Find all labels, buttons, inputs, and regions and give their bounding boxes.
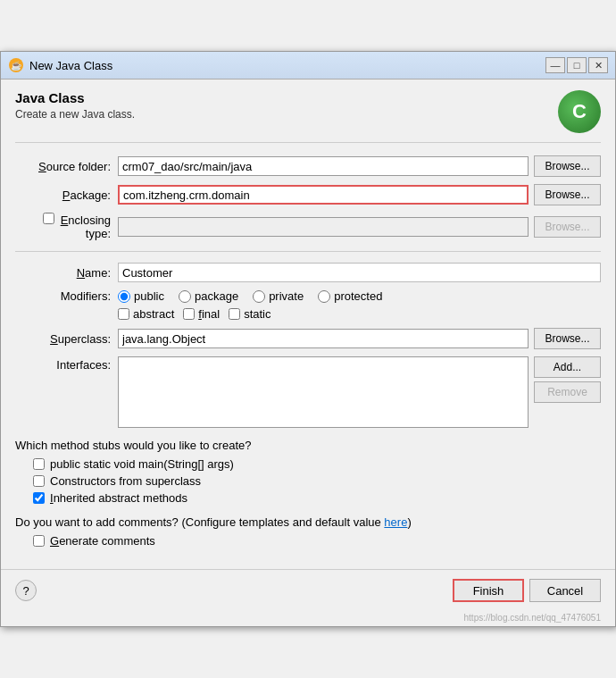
bottom-bar: ? Finish Cancel bbox=[1, 569, 615, 611]
enclosing-type-input[interactable] bbox=[118, 217, 529, 237]
source-folder-label: Source folder: bbox=[15, 160, 118, 173]
stubs-section: Which method stubs would you like to cre… bbox=[15, 439, 601, 505]
modifier-package-label[interactable]: package bbox=[179, 289, 238, 303]
enclosing-type-label: Enclosing type: bbox=[15, 213, 118, 240]
modifier-final-label[interactable]: final bbox=[183, 307, 220, 321]
name-label: Name: bbox=[15, 266, 118, 280]
source-folder-browse-button[interactable]: Browse... bbox=[534, 155, 601, 177]
dialog-icon: ☕ bbox=[8, 57, 24, 73]
modifier-public-radio[interactable] bbox=[118, 290, 130, 303]
generate-comments-checkbox[interactable] bbox=[33, 535, 45, 547]
modifiers-section: Modifiers: public package private bbox=[15, 289, 601, 321]
modifier-abstract-label[interactable]: abstract bbox=[118, 307, 174, 321]
title-bar-controls: — □ ✕ bbox=[545, 57, 608, 73]
name-input[interactable] bbox=[118, 263, 601, 282]
cancel-button[interactable]: Cancel bbox=[529, 579, 601, 602]
dialog-title: New Java Class bbox=[29, 59, 540, 72]
help-button[interactable]: ? bbox=[15, 580, 37, 601]
package-browse-button[interactable]: Browse... bbox=[534, 184, 601, 205]
stub-main-checkbox[interactable] bbox=[33, 458, 45, 470]
enclosing-type-checkbox[interactable] bbox=[43, 213, 54, 224]
modifiers-label: Modifiers: bbox=[15, 289, 118, 303]
modifier-final-checkbox[interactable] bbox=[183, 308, 195, 320]
comments-title-prefix: Do you want to add comments? (Configure … bbox=[15, 515, 384, 529]
package-label: Package: bbox=[15, 188, 118, 202]
action-buttons: Finish Cancel bbox=[453, 579, 601, 602]
modifiers-row1: Modifiers: public package private bbox=[15, 289, 601, 303]
generate-comments-label: Generate comments bbox=[50, 534, 155, 548]
superclass-row: Superclass: Browse... bbox=[15, 328, 601, 349]
modifier-protected-text: protected bbox=[334, 289, 382, 303]
stub-constructor-checkbox[interactable] bbox=[33, 475, 45, 487]
enclosing-type-browse-button[interactable]: Browse... bbox=[534, 216, 601, 238]
interfaces-remove-button[interactable]: Remove bbox=[534, 381, 601, 403]
new-java-class-dialog: ☕ New Java Class — □ ✕ Java Class Create… bbox=[0, 51, 616, 627]
finish-button[interactable]: Finish bbox=[453, 579, 524, 602]
modifier-protected-label[interactable]: protected bbox=[318, 289, 382, 303]
modifier-static-text: static bbox=[244, 307, 271, 321]
interfaces-add-button[interactable]: Add... bbox=[534, 356, 601, 378]
modifiers-radio-group: public package private protected bbox=[118, 289, 382, 303]
stub-inherited-checkbox[interactable] bbox=[33, 492, 45, 504]
section-divider-1 bbox=[15, 251, 601, 252]
wizard-title: Java Class bbox=[15, 90, 135, 105]
modifier-abstract-text: abstract bbox=[133, 307, 174, 321]
generate-comments-item: Generate comments bbox=[33, 534, 601, 548]
modifier-private-label[interactable]: private bbox=[253, 289, 304, 303]
comments-title: Do you want to add comments? (Configure … bbox=[15, 515, 601, 529]
modifier-private-text: private bbox=[269, 289, 304, 303]
stub-constructor-item: Constructors from superclass bbox=[33, 474, 601, 488]
modifier-protected-radio[interactable] bbox=[318, 290, 330, 303]
dialog-content: Java Class Create a new Java class. C So… bbox=[1, 80, 615, 569]
modifier-package-radio[interactable] bbox=[179, 290, 191, 303]
source-folder-input[interactable] bbox=[118, 156, 529, 176]
superclass-browse-button[interactable]: Browse... bbox=[534, 328, 601, 349]
interfaces-list[interactable] bbox=[118, 356, 529, 428]
comments-section: Do you want to add comments? (Configure … bbox=[15, 515, 601, 548]
stub-main-label: public static void main(String[] args) bbox=[50, 457, 234, 471]
name-row: Name: bbox=[15, 263, 601, 282]
watermark: https://blog.csdn.net/qq_47476051 bbox=[1, 611, 615, 626]
modifier-package-text: package bbox=[195, 289, 238, 303]
modifiers-row2: abstract final static bbox=[118, 307, 601, 321]
stub-main-item: public static void main(String[] args) bbox=[33, 457, 601, 471]
package-input[interactable] bbox=[118, 185, 529, 205]
modifier-static-checkbox[interactable] bbox=[229, 308, 240, 320]
stubs-title: Which method stubs would you like to cre… bbox=[15, 439, 601, 452]
title-bar: ☕ New Java Class — □ ✕ bbox=[1, 52, 615, 80]
maximize-button[interactable]: □ bbox=[567, 57, 587, 73]
superclass-label: Superclass: bbox=[15, 332, 118, 346]
enclosing-type-row: Enclosing type: Browse... bbox=[15, 213, 601, 240]
interfaces-section: Interfaces: Add... Remove bbox=[15, 356, 601, 428]
package-row: Package: Browse... bbox=[15, 184, 601, 205]
header-text: Java Class Create a new Java class. bbox=[15, 90, 135, 121]
eclipse-logo: C bbox=[558, 90, 601, 133]
interfaces-buttons: Add... Remove bbox=[534, 356, 601, 403]
stub-inherited-item: Inherited abstract methods bbox=[33, 491, 601, 505]
modifier-abstract-checkbox[interactable] bbox=[118, 308, 129, 320]
wizard-subtitle: Create a new Java class. bbox=[15, 108, 135, 121]
superclass-input[interactable] bbox=[118, 329, 529, 348]
modifier-final-text: final bbox=[198, 307, 220, 321]
minimize-button[interactable]: — bbox=[545, 57, 565, 73]
modifier-public-label[interactable]: public bbox=[118, 289, 164, 303]
comments-title-suffix: ) bbox=[407, 515, 411, 529]
stub-constructor-label: Constructors from superclass bbox=[50, 474, 201, 488]
header-section: Java Class Create a new Java class. C bbox=[15, 90, 601, 143]
svg-text:☕: ☕ bbox=[11, 60, 22, 71]
modifier-static-label[interactable]: static bbox=[229, 307, 271, 321]
comments-here-link[interactable]: here bbox=[384, 515, 407, 529]
modifier-public-text: public bbox=[134, 289, 164, 303]
interfaces-label: Interfaces: bbox=[15, 356, 118, 372]
close-button[interactable]: ✕ bbox=[588, 57, 608, 73]
stub-inherited-label: Inherited abstract methods bbox=[50, 491, 187, 505]
modifier-private-radio[interactable] bbox=[253, 290, 265, 303]
source-folder-row: Source folder: Browse... bbox=[15, 155, 601, 177]
